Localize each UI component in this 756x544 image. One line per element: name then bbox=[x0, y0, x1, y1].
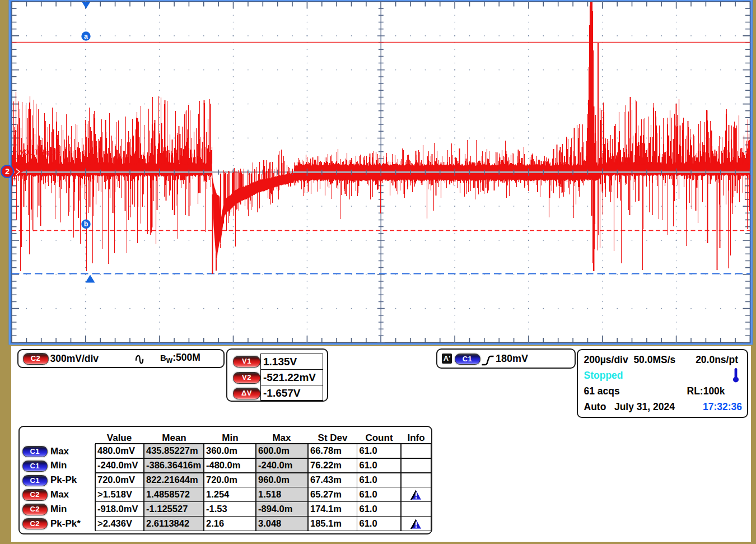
svg-text:2: 2 bbox=[5, 167, 10, 176]
svg-text:b: b bbox=[84, 220, 88, 228]
svg-text:a: a bbox=[84, 32, 88, 40]
svg-text:VOUT Ripple: VOUT Ripple bbox=[20, 148, 60, 156]
